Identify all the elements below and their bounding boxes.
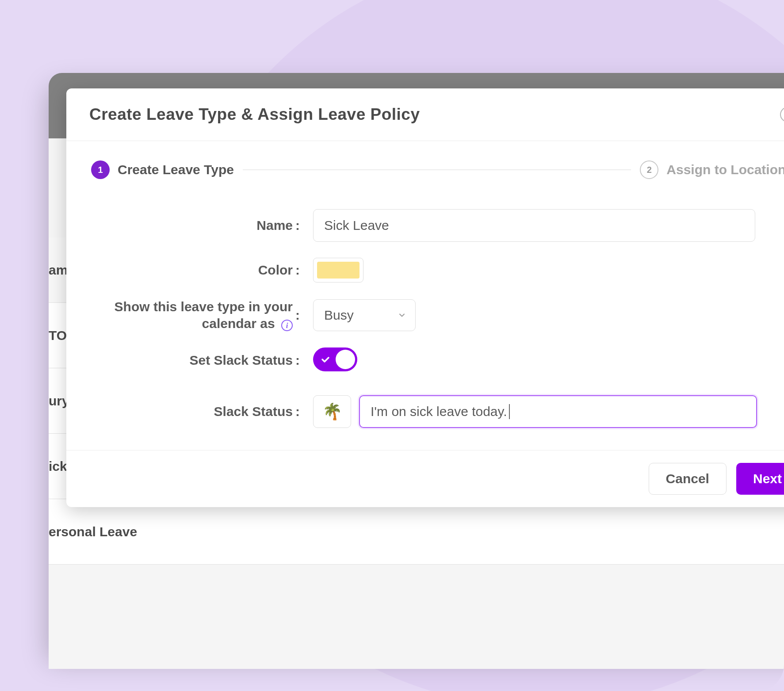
- colon: :: [295, 262, 300, 279]
- stepper: 1 Create Leave Type 2 Assign to Location…: [66, 141, 784, 191]
- step-2[interactable]: 2 Assign to Locations: [640, 160, 784, 179]
- text-caret: [509, 404, 510, 419]
- colon: :: [295, 307, 300, 324]
- page-background: am TO ury ick ersonal Leave Create Leave…: [0, 0, 784, 691]
- next-button[interactable]: Next: [736, 463, 784, 495]
- slack-status-text: I'm on sick leave today.: [371, 404, 507, 419]
- select-value: Busy: [324, 308, 354, 323]
- row-name: Name :: [91, 209, 784, 242]
- step-divider: [243, 169, 631, 170]
- colon: :: [295, 217, 300, 234]
- slack-status-input[interactable]: I'm on sick leave today.: [359, 395, 757, 428]
- toggle-knob: [336, 350, 355, 369]
- close-button[interactable]: [780, 107, 784, 122]
- color-label: Color: [258, 262, 293, 279]
- set-slack-status-label: Set Slack Status: [190, 352, 293, 369]
- modal-header: Create Leave Type & Assign Leave Policy: [66, 88, 784, 141]
- step-label: Create Leave Type: [118, 162, 234, 177]
- modal-title: Create Leave Type & Assign Leave Policy: [89, 105, 420, 124]
- step-label: Assign to Locations: [666, 162, 784, 177]
- form-body: Name : Color :: [66, 191, 784, 450]
- row-calendar-as: Show this leave type in your calendar as…: [91, 298, 784, 332]
- slack-emoji-picker[interactable]: 🌴: [313, 395, 351, 428]
- color-picker[interactable]: [313, 258, 363, 283]
- colon: :: [295, 403, 300, 420]
- modal-footer: Cancel Next: [66, 450, 784, 507]
- step-number: 1: [91, 160, 110, 179]
- bg-row: ersonal Leave: [49, 499, 784, 565]
- step-1: 1 Create Leave Type: [91, 160, 234, 179]
- name-label: Name: [256, 217, 293, 234]
- color-swatch: [317, 262, 359, 279]
- calendar-as-label: Show this leave type in your calendar as: [115, 299, 293, 331]
- cancel-button[interactable]: Cancel: [649, 463, 727, 495]
- info-icon[interactable]: i: [281, 320, 293, 331]
- calendar-as-select[interactable]: Busy: [313, 299, 416, 331]
- slack-status-label: Slack Status: [214, 403, 293, 420]
- chevron-down-icon: [398, 311, 406, 320]
- colon: :: [295, 352, 300, 369]
- step-number: 2: [640, 160, 658, 179]
- name-input[interactable]: [313, 209, 755, 242]
- row-set-slack-status: Set Slack Status :: [91, 347, 784, 373]
- row-color: Color :: [91, 258, 784, 283]
- check-icon: [320, 354, 331, 365]
- set-slack-status-toggle[interactable]: [313, 347, 357, 371]
- create-leave-type-modal: Create Leave Type & Assign Leave Policy …: [66, 88, 784, 507]
- row-slack-status: Slack Status : 🌴 I'm on sick leave today…: [91, 395, 784, 428]
- palm-tree-icon: 🌴: [322, 402, 342, 421]
